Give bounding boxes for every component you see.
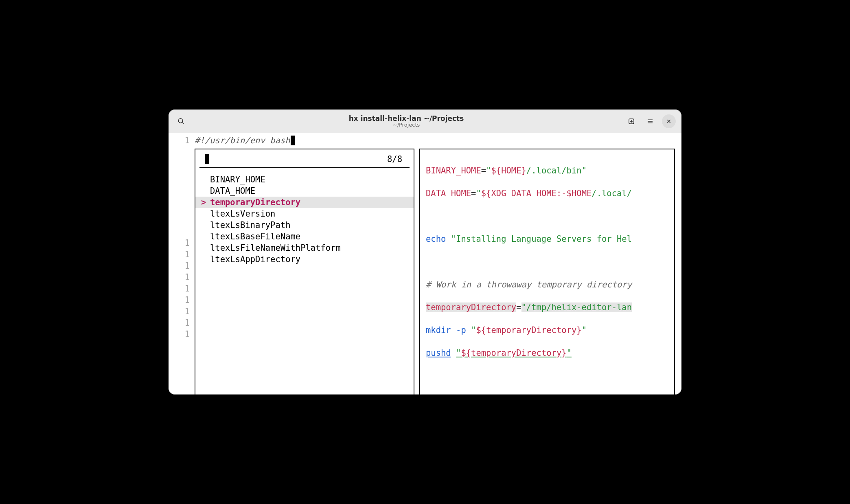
cursor (291, 136, 295, 145)
picker-input-cursor[interactable] (205, 154, 209, 164)
svg-point-0 (178, 118, 183, 123)
titlebar: hx install-helix-lan ~/Projects ~/Projec… (169, 110, 681, 133)
hamburger-menu-icon[interactable] (643, 114, 657, 128)
preview-panel: BINARY_HOME="${HOME}/.local/bin" DATA_HO… (419, 149, 675, 394)
window-subtitle: ~/Projects (349, 122, 464, 128)
symbol-picker[interactable]: 8/8 BINARY_HOME DATA_HOME temporaryDirec… (195, 149, 414, 394)
line-number: 1 (185, 249, 190, 260)
line-number: 1 (185, 260, 190, 272)
shebang: #!/usr/bin/env bash (195, 136, 290, 145)
picker-item[interactable]: ltexLsVersion (195, 208, 414, 219)
gutter-column: 1 1 1 1 1 1 1 1 1 (169, 146, 195, 394)
line-number: 1 (169, 135, 195, 146)
editor-area[interactable]: 1 #!/usr/bin/env bash 1 1 1 1 1 1 1 1 1 (169, 133, 681, 394)
svg-line-1 (182, 122, 184, 124)
picker-item[interactable]: ltexLsBaseFileName (195, 231, 414, 242)
line-number: 1 (185, 294, 190, 306)
line-number: 1 (185, 329, 190, 340)
picker-item[interactable]: ltexLsFileNameWithPlatform (195, 242, 414, 254)
picker-count: 8/8 (387, 153, 402, 165)
line-number: 1 (185, 237, 190, 249)
picker-item-selected[interactable]: temporaryDirectory (195, 197, 414, 208)
window-title-group: hx install-helix-lan ~/Projects ~/Projec… (349, 115, 464, 128)
picker-item[interactable]: ltexLsBinaryPath (195, 219, 414, 231)
code-line-1: 1 #!/usr/bin/env bash (169, 133, 681, 146)
new-tab-icon[interactable] (624, 114, 638, 128)
picker-header: 8/8 (199, 149, 410, 168)
picker-list: BINARY_HOME DATA_HOME temporaryDirectory… (195, 168, 414, 265)
search-icon[interactable] (174, 114, 188, 128)
picker-item[interactable]: DATA_HOME (195, 185, 414, 197)
picker-item[interactable]: BINARY_HOME (195, 174, 414, 185)
window-title: hx install-helix-lan ~/Projects (349, 115, 464, 123)
line-number: 1 (185, 283, 190, 294)
close-icon[interactable] (662, 114, 676, 128)
line-number: 1 (185, 272, 190, 283)
terminal-window: hx install-helix-lan ~/Projects ~/Projec… (169, 110, 681, 394)
picker-item[interactable]: ltexLsAppDirectory (195, 254, 414, 265)
line-content: #!/usr/bin/env bash (195, 135, 295, 146)
line-number: 1 (185, 317, 190, 329)
line-number: 1 (185, 306, 190, 317)
